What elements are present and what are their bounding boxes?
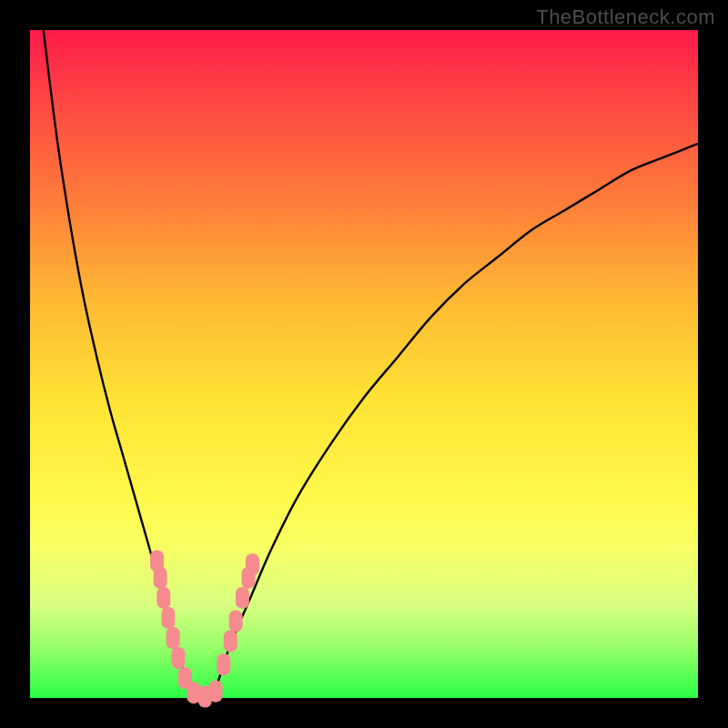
marker: [209, 681, 223, 703]
watermark-text: TheBottleneck.com: [536, 5, 715, 29]
chart-stage: TheBottleneck.com: [0, 0, 728, 728]
marker: [171, 647, 185, 669]
curve-markers: [150, 551, 259, 708]
marker: [236, 587, 249, 609]
marker: [229, 611, 243, 632]
marker: [157, 587, 170, 609]
marker: [167, 627, 180, 649]
marker: [161, 607, 175, 629]
chart-svg: [30, 30, 698, 698]
curve-left-branch: [44, 30, 197, 698]
marker: [217, 653, 230, 675]
marker: [224, 631, 238, 652]
curve-right-branch: [210, 144, 698, 698]
marker: [246, 553, 259, 575]
marker: [154, 567, 167, 589]
